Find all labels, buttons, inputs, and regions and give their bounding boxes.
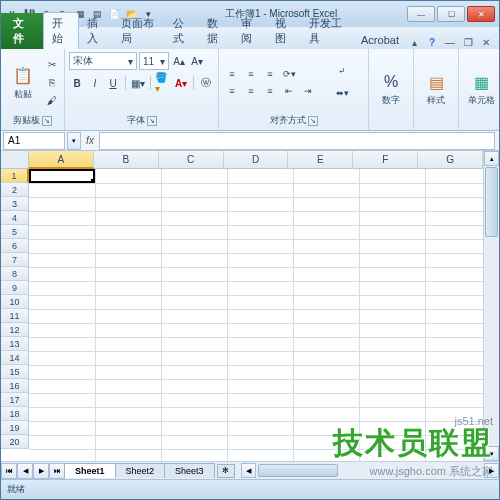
row-header[interactable]: 6: [1, 239, 29, 253]
copy-icon[interactable]: ⎘: [44, 74, 60, 90]
italic-button[interactable]: I: [87, 75, 103, 91]
next-sheet-icon[interactable]: ▶: [33, 463, 49, 479]
row-header[interactable]: 14: [1, 351, 29, 365]
vertical-scrollbar[interactable]: ▴ ▾: [483, 151, 499, 461]
column-header[interactable]: A: [29, 151, 94, 169]
align-left-icon[interactable]: ≡: [223, 83, 241, 99]
sheet-tab[interactable]: Sheet2: [115, 463, 166, 478]
decrease-indent-icon[interactable]: ⇤: [280, 83, 298, 99]
row-header[interactable]: 16: [1, 379, 29, 393]
paste-button[interactable]: 📋 粘贴: [5, 54, 41, 110]
bold-button[interactable]: B: [69, 75, 85, 91]
format-painter-icon[interactable]: 🖌: [44, 92, 60, 108]
row-header[interactable]: 8: [1, 267, 29, 281]
row-header[interactable]: 10: [1, 295, 29, 309]
styles-button[interactable]: ▤ 样式: [418, 61, 454, 117]
column-header[interactable]: G: [418, 151, 483, 169]
row-header[interactable]: 11: [1, 309, 29, 323]
doc-restore-icon[interactable]: ❐: [461, 35, 475, 49]
column-header[interactable]: E: [288, 151, 353, 169]
dialog-launcher-icon[interactable]: ↘: [42, 116, 52, 126]
scroll-thumb[interactable]: [485, 167, 498, 237]
font-name-combo[interactable]: 宋体▾: [69, 52, 137, 70]
sheet-tab[interactable]: Sheet3: [164, 463, 215, 478]
horizontal-scrollbar[interactable]: ◀ ▶: [241, 463, 499, 479]
font-size-combo[interactable]: 11▾: [139, 52, 169, 70]
ribbon-tabs: 文件 开始 插入 页面布局 公式 数据 审阅 视图 开发工具 Acrobat ▴…: [1, 27, 499, 49]
tab-data[interactable]: 数据: [199, 13, 233, 49]
align-center-icon[interactable]: ≡: [242, 83, 260, 99]
orientation-icon[interactable]: ⟳▾: [280, 66, 298, 82]
minimize-button[interactable]: —: [407, 6, 435, 22]
close-button[interactable]: ✕: [467, 6, 495, 22]
scroll-thumb[interactable]: [258, 464, 338, 477]
tab-acrobat[interactable]: Acrobat: [353, 31, 407, 49]
dialog-launcher-icon[interactable]: ↘: [308, 116, 318, 126]
scroll-right-icon[interactable]: ▶: [484, 463, 499, 478]
row-header[interactable]: 12: [1, 323, 29, 337]
align-top-icon[interactable]: ≡: [223, 66, 241, 82]
align-right-icon[interactable]: ≡: [261, 83, 279, 99]
name-box-dropdown[interactable]: ▾: [67, 132, 81, 150]
dialog-launcher-icon[interactable]: ↘: [147, 116, 157, 126]
column-header[interactable]: B: [94, 151, 159, 169]
column-header[interactable]: D: [224, 151, 289, 169]
align-bottom-icon[interactable]: ≡: [261, 66, 279, 82]
cells-button[interactable]: ▦ 单元格: [463, 61, 499, 117]
minimize-ribbon-icon[interactable]: ▴: [407, 35, 421, 49]
tab-layout[interactable]: 页面布局: [113, 13, 165, 49]
increase-indent-icon[interactable]: ⇥: [299, 83, 317, 99]
number-format-button[interactable]: % 数字: [373, 61, 409, 117]
row-header[interactable]: 9: [1, 281, 29, 295]
underline-button[interactable]: U: [105, 75, 121, 91]
tab-view[interactable]: 视图: [267, 13, 301, 49]
tab-insert[interactable]: 插入: [79, 13, 113, 49]
first-sheet-icon[interactable]: ⏮: [1, 463, 17, 479]
row-header[interactable]: 2: [1, 183, 29, 197]
row-header[interactable]: 19: [1, 421, 29, 435]
tab-formulas[interactable]: 公式: [165, 13, 199, 49]
tab-dev[interactable]: 开发工具: [301, 13, 353, 49]
font-color-button[interactable]: A▾: [173, 75, 189, 91]
row-header[interactable]: 7: [1, 253, 29, 267]
row-header[interactable]: 4: [1, 211, 29, 225]
cells-area[interactable]: [29, 169, 483, 461]
fx-icon[interactable]: fx: [81, 132, 99, 150]
border-button[interactable]: ▦▾: [130, 75, 146, 91]
tab-review[interactable]: 审阅: [233, 13, 267, 49]
help-icon[interactable]: ?: [425, 35, 439, 49]
row-header[interactable]: 18: [1, 407, 29, 421]
tab-home[interactable]: 开始: [43, 12, 79, 49]
merge-center-button[interactable]: ⬌▾: [320, 82, 364, 104]
wrap-text-button[interactable]: ⤶: [320, 60, 364, 82]
grow-font-icon[interactable]: A▴: [171, 53, 187, 69]
prev-sheet-icon[interactable]: ◀: [17, 463, 33, 479]
phonetic-button[interactable]: ⓦ: [198, 75, 214, 91]
row-header[interactable]: 15: [1, 365, 29, 379]
column-header[interactable]: F: [353, 151, 418, 169]
row-header[interactable]: 5: [1, 225, 29, 239]
maximize-button[interactable]: ☐: [437, 6, 465, 22]
row-header[interactable]: 13: [1, 337, 29, 351]
select-all-corner[interactable]: [1, 151, 29, 169]
doc-close-icon[interactable]: ✕: [479, 35, 493, 49]
row-header[interactable]: 1: [1, 169, 29, 183]
shrink-font-icon[interactable]: A▾: [189, 53, 205, 69]
cut-icon[interactable]: ✂: [44, 56, 60, 72]
formula-input[interactable]: [99, 132, 495, 150]
fill-color-button[interactable]: 🪣▾: [155, 75, 171, 91]
row-header[interactable]: 20: [1, 435, 29, 449]
scroll-left-icon[interactable]: ◀: [241, 463, 256, 478]
name-box[interactable]: A1: [3, 132, 65, 150]
align-middle-icon[interactable]: ≡: [242, 66, 260, 82]
scroll-down-icon[interactable]: ▾: [484, 446, 499, 461]
doc-minimize-icon[interactable]: —: [443, 35, 457, 49]
sheet-tab[interactable]: Sheet1: [64, 463, 116, 478]
row-header[interactable]: 3: [1, 197, 29, 211]
row-header[interactable]: 17: [1, 393, 29, 407]
last-sheet-icon[interactable]: ⏭: [49, 463, 65, 479]
new-sheet-button[interactable]: ✻: [217, 464, 235, 478]
column-header[interactable]: C: [159, 151, 224, 169]
scroll-up-icon[interactable]: ▴: [484, 151, 499, 166]
tab-file[interactable]: 文件: [1, 13, 43, 49]
